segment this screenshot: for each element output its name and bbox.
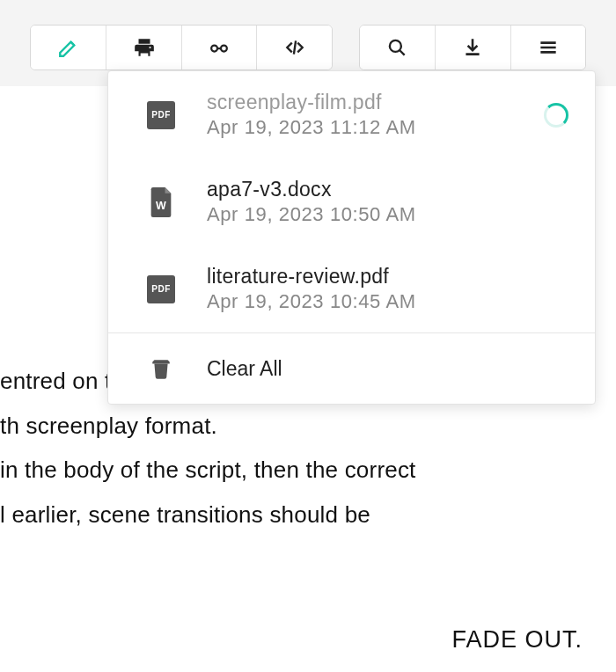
svg-point-1 (149, 47, 150, 48)
doc-line: th screenplay format. (0, 404, 590, 449)
loading-spinner-icon (544, 103, 568, 128)
pdf-icon: PDF (145, 275, 177, 303)
downloads-panel: PDF screenplay-film.pdf Apr 19, 2023 11:… (107, 70, 596, 405)
svg-point-2 (211, 46, 217, 52)
svg-point-4 (390, 40, 401, 52)
search-icon (385, 36, 408, 59)
download-info: literature-review.pdf Apr 19, 2023 10:45… (207, 265, 574, 313)
menu-button[interactable] (510, 26, 585, 69)
svg-point-3 (221, 46, 227, 52)
code-button[interactable] (256, 26, 331, 69)
download-info: apa7-v3.docx Apr 19, 2023 10:50 AM (207, 178, 574, 226)
download-button[interactable] (435, 26, 510, 69)
printer-icon (133, 36, 156, 59)
download-item[interactable]: W apa7-v3.docx Apr 19, 2023 10:50 AM (108, 158, 595, 245)
doc-line: in the body of the script, then the corr… (0, 448, 590, 493)
download-info: screenplay-film.pdf Apr 19, 2023 11:12 A… (207, 91, 514, 139)
download-item[interactable]: PDF screenplay-film.pdf Apr 19, 2023 11:… (108, 71, 595, 158)
hamburger-icon (537, 36, 560, 59)
toolbar-group-right (359, 25, 586, 70)
download-icon (461, 36, 484, 59)
toolbar (0, 0, 616, 70)
download-item[interactable]: PDF literature-review.pdf Apr 19, 2023 1… (108, 245, 595, 332)
pencil-icon (57, 36, 80, 59)
glasses-icon (208, 36, 231, 59)
print-button[interactable] (106, 26, 180, 69)
doc-fadeout: FADE OUT. (0, 617, 590, 663)
pdf-icon: PDF (145, 101, 177, 129)
download-name: literature-review.pdf (207, 265, 574, 289)
search-button[interactable] (360, 26, 435, 69)
docx-icon: W (145, 187, 177, 217)
code-icon (283, 36, 306, 59)
clear-all-button[interactable]: Clear All (108, 333, 595, 404)
edit-button[interactable] (31, 26, 106, 69)
svg-text:W: W (156, 199, 166, 211)
download-date: Apr 19, 2023 11:12 AM (207, 116, 514, 139)
download-name: apa7-v3.docx (207, 178, 574, 201)
toolbar-group-left (30, 25, 333, 70)
clear-all-label: Clear All (207, 357, 282, 381)
trash-icon (145, 356, 177, 381)
reader-button[interactable] (181, 26, 256, 69)
download-name: screenplay-film.pdf (207, 91, 514, 114)
download-date: Apr 19, 2023 10:45 AM (207, 290, 574, 313)
download-date: Apr 19, 2023 10:50 AM (207, 203, 574, 226)
doc-line: l earlier, scene transitions should be (0, 493, 590, 537)
